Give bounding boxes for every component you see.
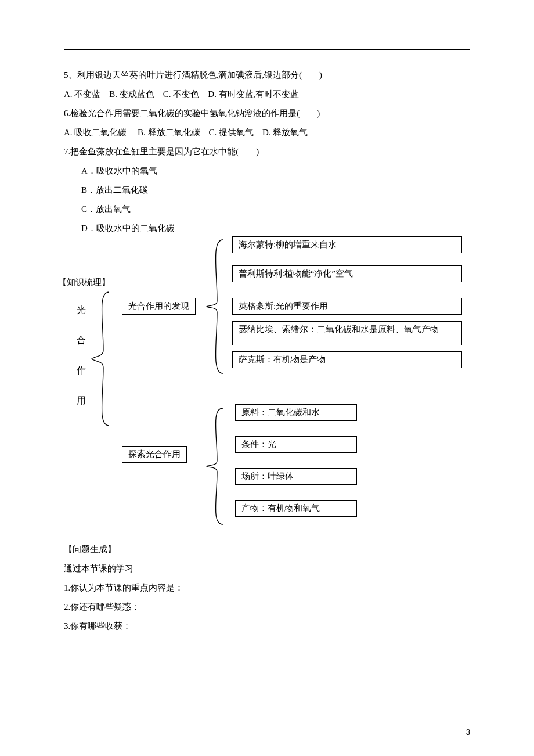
leaf-b4: 产物：有机物和氧气 xyxy=(235,500,357,517)
brace-branch-b xyxy=(207,408,228,524)
leaf-a3: 英格豪斯:光的重要作用 xyxy=(232,298,462,315)
brace-branch-a xyxy=(207,240,228,373)
page-number: 3 xyxy=(466,725,470,739)
question-7-option-a: A．吸收水中的氧气 xyxy=(64,163,470,179)
question-7: 7.把金鱼藻放在鱼缸里主要是因为它在水中能( ) xyxy=(64,144,470,160)
problem-intro: 通过本节课的学习 xyxy=(64,561,470,577)
problem-2: 2.你还有哪些疑惑： xyxy=(64,599,470,615)
question-5: 5、利用银边天竺葵的叶片进行酒精脱色,滴加碘液后,银边部分( ) xyxy=(64,67,470,83)
leaf-a2: 普利斯特利:植物能“净化”空气 xyxy=(232,265,462,282)
leaf-b3: 场所：叶绿体 xyxy=(235,468,357,485)
page: 5、利用银边天竺葵的叶片进行酒精脱色,滴加碘液后,银边部分( ) A. 不变蓝 … xyxy=(0,0,534,756)
problem-1: 1.你认为本节课的重点内容是： xyxy=(64,580,470,596)
leaf-a1: 海尔蒙特:柳的增重来自水 xyxy=(232,236,462,253)
knowledge-diagram: 【知识梳理】 光 合 作 用 光合作用的发现 探索光合作用 海尔蒙特:柳的增重来… xyxy=(58,240,470,542)
root-char-4: 用 xyxy=(75,386,87,416)
branch-a-box: 光合作用的发现 xyxy=(122,298,196,315)
header-rule xyxy=(64,49,470,50)
brace-root xyxy=(92,292,115,426)
question-6-options: A. 吸收二氧化碳 B. 释放二氧化碳 C. 提供氧气 D. 释放氧气 xyxy=(64,125,470,141)
leaf-a4: 瑟纳比埃、索绪尔：二氧化碳和水是原料、氧气产物 xyxy=(232,321,462,345)
question-7-option-c: C．放出氧气 xyxy=(64,201,470,217)
root-char-2: 合 xyxy=(75,325,87,355)
leaf-b2: 条件：光 xyxy=(235,436,357,453)
branch-b-box: 探索光合作用 xyxy=(122,446,187,463)
question-5-options: A. 不变蓝 B. 变成蓝色 C. 不变色 D. 有时变蓝,有时不变蓝 xyxy=(64,87,470,102)
question-6: 6.检验光合作用需要二氧化碳的实验中氢氧化钠溶液的作用是( ) xyxy=(64,106,470,121)
root-char-1: 光 xyxy=(75,295,87,325)
leaf-b1: 原料：二氧化碳和水 xyxy=(235,404,357,421)
question-7-option-d: D．吸收水中的二氧化碳 xyxy=(64,221,470,236)
root-char-3: 作 xyxy=(75,355,87,386)
diagram-root-label: 光 合 作 用 xyxy=(75,295,87,416)
knowledge-section-label: 【知识梳理】 xyxy=(58,275,110,290)
problem-3: 3.你有哪些收获： xyxy=(64,618,470,634)
problem-section-label: 【问题生成】 xyxy=(64,542,470,557)
question-7-option-b: B．放出二氧化碳 xyxy=(64,182,470,198)
leaf-a5: 萨克斯：有机物是产物 xyxy=(232,351,462,368)
